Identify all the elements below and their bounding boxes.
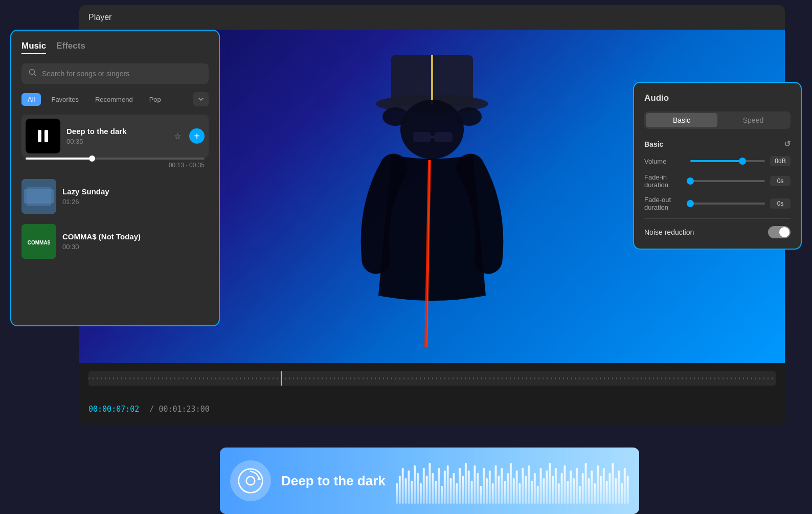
- song-info-1: Deep to the dark 00:35: [66, 127, 164, 145]
- svg-rect-68: [558, 483, 560, 504]
- svg-rect-78: [588, 478, 590, 504]
- song-item-active[interactable]: Deep to the dark 00:35 ☆ +: [21, 115, 209, 158]
- svg-rect-31: [446, 465, 448, 504]
- fade-out-slider[interactable]: [690, 203, 765, 205]
- svg-rect-30: [444, 471, 446, 504]
- favorite-button-1[interactable]: ☆: [170, 128, 185, 144]
- svg-rect-17: [404, 478, 407, 504]
- svg-rect-79: [591, 471, 593, 504]
- silhouette: [335, 30, 529, 357]
- song-list: Deep to the dark 00:35 ☆ + 00:13 · 00:35: [21, 115, 209, 263]
- svg-rect-14: [396, 483, 398, 504]
- svg-rect-50: [504, 481, 506, 504]
- volume-slider[interactable]: [690, 160, 765, 162]
- svg-rect-28: [438, 468, 440, 504]
- filter-favorites[interactable]: Favorites: [45, 93, 84, 106]
- svg-rect-37: [465, 463, 467, 504]
- song-title-3: COMMA$ (Not Today): [62, 232, 209, 241]
- fade-out-control: Fade-out duration 0s: [644, 196, 791, 211]
- tab-music[interactable]: Music: [21, 41, 46, 54]
- song-duration-2: 01:26: [62, 198, 209, 206]
- svg-rect-52: [510, 463, 512, 504]
- now-playing-card: Deep to the dark: [220, 448, 639, 514]
- svg-rect-80: [594, 483, 596, 504]
- filter-bar: All Favorites Recommend Pop: [21, 92, 209, 106]
- svg-rect-40: [473, 465, 476, 504]
- noise-reduction-label: Noise reduction: [644, 228, 694, 236]
- fade-in-slider[interactable]: [690, 180, 765, 182]
- svg-text:COMMA$: COMMA$: [28, 240, 51, 245]
- audio-subtabs: Basic Speed: [644, 111, 791, 129]
- player-title: Player: [88, 13, 111, 22]
- svg-rect-89: [621, 483, 623, 504]
- fade-in-value: 0s: [770, 176, 791, 186]
- svg-rect-46: [491, 483, 493, 504]
- subtab-basic[interactable]: Basic: [646, 113, 717, 127]
- svg-rect-41: [477, 473, 479, 504]
- fade-out-value: 0s: [770, 198, 791, 209]
- subtab-speed[interactable]: Speed: [717, 113, 789, 127]
- svg-rect-24: [425, 476, 427, 504]
- svg-rect-77: [584, 463, 587, 504]
- search-box[interactable]: Search for songs or singers: [21, 63, 209, 84]
- song-title-2: Lazy Sunday: [62, 187, 209, 196]
- svg-rect-75: [579, 486, 581, 504]
- svg-rect-54: [515, 471, 517, 504]
- svg-rect-71: [567, 481, 569, 504]
- svg-rect-26: [432, 473, 434, 504]
- list-item[interactable]: Lazy Sunday 01:26: [21, 175, 209, 218]
- svg-rect-15: [399, 476, 401, 504]
- toggle-knob: [779, 227, 790, 237]
- filter-all[interactable]: All: [21, 93, 41, 106]
- svg-rect-51: [507, 473, 509, 504]
- svg-rect-49: [501, 468, 503, 504]
- svg-rect-55: [518, 483, 521, 504]
- svg-rect-32: [449, 478, 452, 504]
- noise-reduction-row: Noise reduction: [644, 226, 791, 238]
- progress-thumb-1: [89, 155, 95, 162]
- filter-more-button[interactable]: [193, 92, 209, 106]
- timeline-track[interactable]: [88, 371, 776, 386]
- svg-rect-21: [417, 473, 419, 504]
- svg-rect-70: [563, 465, 566, 504]
- svg-rect-64: [546, 471, 548, 504]
- svg-rect-86: [612, 463, 614, 504]
- svg-rect-18: [408, 471, 410, 504]
- fade-in-control: Fade-in duration 0s: [644, 173, 791, 189]
- total-time: / 00:01:23:00: [149, 405, 209, 414]
- volume-control: Volume 0dB: [644, 156, 791, 166]
- noise-reduction-toggle[interactable]: [768, 226, 791, 238]
- svg-rect-91: [626, 476, 628, 504]
- list-item[interactable]: COMMA$ COMMA$ (Not Today) 00:30: [21, 220, 209, 263]
- music-panel: Music Effects Search for songs or singer…: [10, 30, 220, 326]
- song-thumbnail-3: COMMA$: [21, 224, 56, 259]
- reset-icon[interactable]: ↺: [784, 139, 791, 149]
- waveform: [396, 458, 629, 504]
- tab-effects[interactable]: Effects: [56, 41, 85, 54]
- search-input[interactable]: Search for songs or singers: [42, 70, 201, 78]
- svg-rect-100: [24, 189, 54, 204]
- svg-rect-96: [38, 130, 41, 142]
- svg-point-3: [400, 100, 464, 159]
- timeline-bar: [79, 363, 785, 394]
- svg-rect-36: [462, 476, 464, 504]
- list-item[interactable]: Deep to the dark 00:35 ☆ + 00:13 · 00:35: [21, 115, 209, 173]
- add-button-1[interactable]: +: [189, 128, 205, 144]
- svg-rect-29: [441, 486, 443, 504]
- svg-rect-63: [543, 478, 545, 504]
- progress-track-1[interactable]: [26, 158, 205, 160]
- svg-rect-72: [570, 471, 572, 504]
- filter-recommend[interactable]: Recommend: [89, 93, 139, 106]
- filter-pop[interactable]: Pop: [143, 93, 167, 106]
- svg-rect-34: [456, 483, 458, 504]
- now-playing-title: Deep to the dark: [281, 473, 386, 489]
- svg-rect-27: [435, 481, 437, 504]
- svg-rect-47: [494, 465, 497, 504]
- svg-rect-82: [600, 476, 602, 504]
- svg-rect-25: [428, 463, 431, 504]
- svg-rect-74: [576, 468, 578, 504]
- svg-rect-23: [423, 468, 425, 504]
- svg-rect-62: [539, 468, 542, 504]
- svg-rect-97: [44, 130, 48, 142]
- audio-panel: Audio Basic Speed Basic ↺ Volume 0dB Fad…: [633, 82, 802, 250]
